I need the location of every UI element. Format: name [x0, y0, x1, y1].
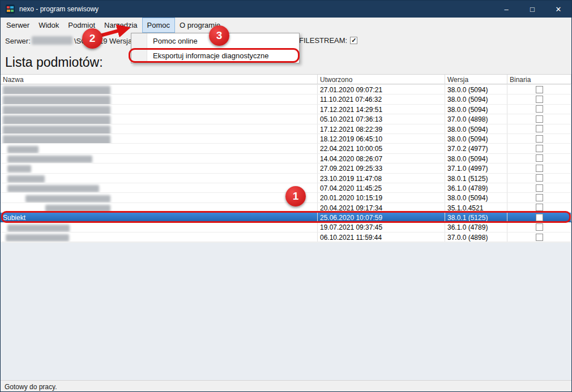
cell-name [1, 222, 318, 231]
column-header-wersja[interactable]: Wersja [445, 75, 507, 84]
table-row[interactable]: 20.04.2021 09:17:34 35.1.0.4521 [1, 203, 571, 213]
cell-name: Subiekt [1, 213, 318, 222]
cell-utworzono: 17.12.2021 14:29:51 [318, 105, 445, 114]
cell-wersja: 38.0.0 (5094) [445, 105, 507, 114]
binaria-checkbox[interactable] [536, 86, 543, 93]
cell-wersja: 35.1.0.4521 [445, 203, 507, 212]
cell-wersja: 36.1.0 (4789) [445, 183, 507, 192]
cell-utworzono: 14.04.2020 08:26:07 [318, 154, 445, 163]
filestream-checkbox[interactable] [350, 37, 357, 44]
binaria-checkbox[interactable] [536, 145, 543, 152]
table-row[interactable]: 14.04.2020 08:26:07 38.0.0 (5094) [1, 154, 571, 163]
cell-utworzono: 22.04.2021 10:00:05 [318, 144, 445, 153]
cell-wersja: 38.0.0 (5094) [445, 124, 507, 133]
cell-wersja: 38.0.1 (5125) [445, 213, 507, 222]
table-row[interactable]: 05.10.2021 07:36:13 37.0.0 (4898) [1, 114, 571, 124]
cell-name [1, 183, 318, 192]
cell-binaria [507, 183, 571, 192]
table-row[interactable]: 17.12.2021 08:22:39 38.0.0 (5094) [1, 124, 571, 134]
table-row[interactable]: 22.04.2021 10:00:05 37.0.2 (4977) [1, 144, 571, 153]
cell-name [1, 105, 318, 114]
app-window: nexo - program serwisowy – □ ✕ Serwer Wi… [0, 0, 572, 392]
app-icon [6, 5, 15, 14]
cell-binaria [507, 144, 571, 153]
server-label: Serwer: [5, 37, 31, 45]
table-body: 27.01.2020 09:07:21 38.0.0 (5094) 11.10.… [1, 85, 571, 242]
maximize-button[interactable]: □ [519, 1, 545, 18]
cell-name [1, 134, 318, 143]
cell-name [1, 174, 318, 183]
cell-utworzono: 17.12.2021 08:22:39 [318, 124, 445, 133]
cell-binaria [507, 134, 571, 143]
cell-name [1, 193, 318, 202]
table-row[interactable]: 11.10.2021 07:46:32 38.0.0 (5094) [1, 94, 571, 104]
cell-binaria [507, 203, 571, 212]
cell-binaria [507, 154, 571, 163]
cell-utworzono: 06.10.2021 11:59:44 [318, 232, 445, 242]
cell-utworzono: 27.09.2021 09:25:33 [318, 163, 445, 173]
table-row[interactable]: 06.10.2021 11:59:44 37.0.0 (4898) [1, 232, 571, 242]
binaria-checkbox[interactable] [536, 223, 543, 231]
cell-binaria [507, 94, 571, 104]
cell-utworzono: 20.01.2020 10:15:19 [318, 193, 445, 202]
binaria-checkbox[interactable] [536, 174, 543, 182]
binaria-checkbox[interactable] [536, 135, 543, 143]
cell-binaria [507, 85, 571, 94]
binaria-checkbox[interactable] [536, 194, 543, 201]
column-header-utworzono[interactable]: Utworzono [318, 75, 445, 84]
binaria-checkbox[interactable] [536, 204, 543, 211]
annotation-badge-1: 1 [285, 186, 306, 206]
annotation-badge-3: 3 [209, 25, 229, 46]
cell-binaria [507, 114, 571, 123]
menu-widok[interactable]: Widok [34, 18, 63, 33]
cell-wersja: 37.0.0 (4898) [445, 232, 507, 242]
cell-utworzono: 05.10.2021 07:36:13 [318, 114, 445, 123]
binaria-checkbox[interactable] [536, 165, 543, 172]
cell-utworzono: 27.01.2020 09:07:21 [318, 85, 445, 94]
close-button[interactable]: ✕ [545, 1, 571, 18]
binaria-checkbox[interactable] [536, 184, 543, 192]
binaria-checkbox[interactable] [536, 96, 543, 103]
cell-name [1, 203, 318, 212]
cell-wersja: 38.0.0 (5094) [445, 154, 507, 163]
page-title: Lista podmiotów: [5, 55, 103, 70]
table-row[interactable]: Subiekt 25.06.2020 10:07:59 38.0.1 (5125… [1, 213, 571, 222]
binaria-checkbox[interactable] [536, 154, 543, 162]
annotation-badge-2: 2 [82, 28, 103, 49]
cell-binaria [507, 174, 571, 183]
cell-binaria [507, 124, 571, 133]
menu-pomoc[interactable]: Pomoc [142, 18, 175, 33]
menu-narzedzia[interactable]: Narzędzia [100, 18, 142, 33]
cell-wersja: 38.0.0 (5094) [445, 134, 507, 143]
cell-wersja: 36.1.0 (4789) [445, 222, 507, 231]
table-row[interactable]: 19.07.2021 09:37:45 36.1.0 (4789) [1, 222, 571, 232]
cell-binaria [507, 193, 571, 202]
cell-name [1, 232, 318, 242]
binaria-checkbox[interactable] [536, 125, 543, 132]
menu-item-eksportuj-diagnostyczne[interactable]: Eksportuj informacje diagnostyczne [131, 48, 299, 63]
binaria-checkbox[interactable] [536, 214, 543, 221]
minimize-button[interactable]: – [493, 1, 519, 18]
binaria-checkbox[interactable] [536, 234, 543, 241]
menu-serwer[interactable]: Serwer [2, 18, 34, 33]
table-row[interactable]: 23.10.2019 11:47:08 38.0.1 (5125) [1, 174, 571, 183]
cell-wersja: 37.0.0 (4898) [445, 114, 507, 123]
binaria-checkbox[interactable] [536, 115, 543, 123]
table-row[interactable]: 27.01.2020 09:07:21 38.0.0 (5094) [1, 85, 571, 94]
cell-wersja: 38.0.1 (5125) [445, 174, 507, 183]
table-row[interactable]: 18.12.2019 06:45:10 38.0.0 (5094) [1, 134, 571, 144]
column-header-nazwa[interactable]: Nazwa [1, 75, 318, 84]
cell-utworzono: 18.12.2019 06:45:10 [318, 134, 445, 143]
cell-binaria [507, 232, 571, 242]
cell-name [1, 114, 318, 123]
statusbar: Gotowy do pracy. [1, 380, 571, 392]
cell-name [1, 85, 318, 94]
cell-utworzono: 23.10.2019 11:47:08 [318, 174, 445, 183]
table-row[interactable]: 27.09.2021 09:25:33 37.1.0 (4997) [1, 163, 571, 173]
cell-utworzono: 07.04.2020 11:45:25 [318, 183, 445, 192]
binaria-checkbox[interactable] [536, 105, 543, 113]
empty-area [1, 243, 571, 380]
column-header-binaria[interactable]: Binaria [507, 75, 571, 84]
table-row[interactable]: 17.12.2021 14:29:51 38.0.0 (5094) [1, 105, 571, 114]
cell-utworzono: 19.07.2021 09:37:45 [318, 222, 445, 231]
